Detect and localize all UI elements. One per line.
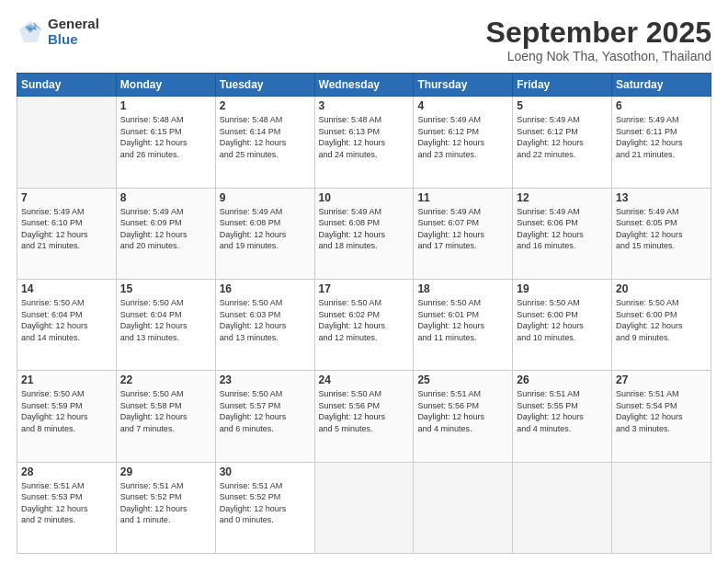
day-info: Sunrise: 5:51 AM Sunset: 5:52 PM Dayligh… <box>120 480 211 526</box>
day-info: Sunrise: 5:51 AM Sunset: 5:53 PM Dayligh… <box>21 480 112 526</box>
day-number: 20 <box>616 282 707 295</box>
calendar-cell: 24Sunrise: 5:50 AM Sunset: 5:56 PM Dayli… <box>314 371 414 462</box>
day-number: 24 <box>319 373 410 386</box>
calendar-week-5: 28Sunrise: 5:51 AM Sunset: 5:53 PM Dayli… <box>17 462 711 553</box>
calendar-cell: 25Sunrise: 5:51 AM Sunset: 5:56 PM Dayli… <box>414 371 513 462</box>
weekday-header-saturday: Saturday <box>612 74 711 97</box>
calendar-cell: 18Sunrise: 5:50 AM Sunset: 6:01 PM Dayli… <box>414 279 513 370</box>
logo-icon <box>17 18 44 46</box>
day-number: 17 <box>319 282 410 295</box>
day-number: 21 <box>21 373 112 386</box>
calendar-cell: 7Sunrise: 5:49 AM Sunset: 6:10 PM Daylig… <box>17 188 117 279</box>
calendar-table: SundayMondayTuesdayWednesdayThursdayFrid… <box>17 73 711 554</box>
day-info: Sunrise: 5:50 AM Sunset: 6:04 PM Dayligh… <box>21 297 112 343</box>
calendar-body: 1Sunrise: 5:48 AM Sunset: 6:15 PM Daylig… <box>17 97 711 554</box>
day-number: 18 <box>417 282 508 295</box>
day-number: 23 <box>220 373 311 386</box>
calendar-week-1: 1Sunrise: 5:48 AM Sunset: 6:15 PM Daylig… <box>17 97 711 188</box>
day-number: 22 <box>120 373 211 386</box>
day-info: Sunrise: 5:50 AM Sunset: 6:03 PM Dayligh… <box>220 297 311 343</box>
day-number: 16 <box>220 282 311 295</box>
calendar-cell: 23Sunrise: 5:50 AM Sunset: 5:57 PM Dayli… <box>215 371 314 462</box>
day-number: 27 <box>616 373 707 386</box>
day-info: Sunrise: 5:50 AM Sunset: 6:00 PM Dayligh… <box>616 297 707 343</box>
weekday-header-tuesday: Tuesday <box>215 74 314 97</box>
calendar-cell <box>17 97 117 188</box>
day-info: Sunrise: 5:48 AM Sunset: 6:13 PM Dayligh… <box>319 114 410 160</box>
day-info: Sunrise: 5:51 AM Sunset: 5:54 PM Dayligh… <box>616 388 707 434</box>
weekday-header-monday: Monday <box>116 74 215 97</box>
day-number: 5 <box>517 99 608 112</box>
weekday-header-thursday: Thursday <box>414 74 513 97</box>
calendar-cell: 8Sunrise: 5:49 AM Sunset: 6:09 PM Daylig… <box>116 188 215 279</box>
day-info: Sunrise: 5:48 AM Sunset: 6:15 PM Dayligh… <box>120 114 211 160</box>
day-number: 11 <box>417 191 508 204</box>
calendar-cell: 28Sunrise: 5:51 AM Sunset: 5:53 PM Dayli… <box>17 462 117 553</box>
calendar-cell: 2Sunrise: 5:48 AM Sunset: 6:14 PM Daylig… <box>215 97 314 188</box>
calendar-cell: 6Sunrise: 5:49 AM Sunset: 6:11 PM Daylig… <box>612 97 711 188</box>
day-number: 2 <box>220 99 311 112</box>
day-info: Sunrise: 5:49 AM Sunset: 6:05 PM Dayligh… <box>616 206 707 252</box>
day-info: Sunrise: 5:49 AM Sunset: 6:12 PM Dayligh… <box>517 114 608 160</box>
day-info: Sunrise: 5:49 AM Sunset: 6:12 PM Dayligh… <box>417 114 508 160</box>
calendar-cell: 14Sunrise: 5:50 AM Sunset: 6:04 PM Dayli… <box>17 279 117 370</box>
weekday-header-sunday: Sunday <box>17 74 117 97</box>
calendar-cell: 16Sunrise: 5:50 AM Sunset: 6:03 PM Dayli… <box>215 279 314 370</box>
weekday-row: SundayMondayTuesdayWednesdayThursdayFrid… <box>17 74 711 97</box>
day-info: Sunrise: 5:51 AM Sunset: 5:55 PM Dayligh… <box>517 388 608 434</box>
day-info: Sunrise: 5:49 AM Sunset: 6:10 PM Dayligh… <box>21 206 112 252</box>
day-number: 1 <box>120 99 211 112</box>
calendar-cell: 13Sunrise: 5:49 AM Sunset: 6:05 PM Dayli… <box>612 188 711 279</box>
calendar-week-3: 14Sunrise: 5:50 AM Sunset: 6:04 PM Dayli… <box>17 279 711 370</box>
day-number: 3 <box>319 99 410 112</box>
calendar-cell: 12Sunrise: 5:49 AM Sunset: 6:06 PM Dayli… <box>513 188 612 279</box>
day-info: Sunrise: 5:49 AM Sunset: 6:08 PM Dayligh… <box>220 206 311 252</box>
day-number: 15 <box>120 282 211 295</box>
day-info: Sunrise: 5:50 AM Sunset: 5:56 PM Dayligh… <box>319 388 410 434</box>
day-info: Sunrise: 5:50 AM Sunset: 5:58 PM Dayligh… <box>120 388 211 434</box>
calendar-cell: 10Sunrise: 5:49 AM Sunset: 6:08 PM Dayli… <box>314 188 414 279</box>
day-info: Sunrise: 5:50 AM Sunset: 6:02 PM Dayligh… <box>319 297 410 343</box>
day-info: Sunrise: 5:50 AM Sunset: 5:59 PM Dayligh… <box>21 388 112 434</box>
day-info: Sunrise: 5:49 AM Sunset: 6:09 PM Dayligh… <box>120 206 211 252</box>
day-info: Sunrise: 5:50 AM Sunset: 6:04 PM Dayligh… <box>120 297 211 343</box>
calendar-cell: 17Sunrise: 5:50 AM Sunset: 6:02 PM Dayli… <box>314 279 414 370</box>
day-number: 28 <box>21 465 112 478</box>
day-number: 7 <box>21 191 112 204</box>
calendar-cell: 29Sunrise: 5:51 AM Sunset: 5:52 PM Dayli… <box>116 462 215 553</box>
day-number: 8 <box>120 191 211 204</box>
calendar-cell: 22Sunrise: 5:50 AM Sunset: 5:58 PM Dayli… <box>116 371 215 462</box>
calendar-cell: 11Sunrise: 5:49 AM Sunset: 6:07 PM Dayli… <box>414 188 513 279</box>
day-number: 6 <box>616 99 707 112</box>
day-info: Sunrise: 5:49 AM Sunset: 6:11 PM Dayligh… <box>616 114 707 160</box>
day-info: Sunrise: 5:49 AM Sunset: 6:06 PM Dayligh… <box>517 206 608 252</box>
day-number: 29 <box>120 465 211 478</box>
day-number: 14 <box>21 282 112 295</box>
calendar-cell: 9Sunrise: 5:49 AM Sunset: 6:08 PM Daylig… <box>215 188 314 279</box>
calendar-week-4: 21Sunrise: 5:50 AM Sunset: 5:59 PM Dayli… <box>17 371 711 462</box>
calendar-cell: 30Sunrise: 5:51 AM Sunset: 5:52 PM Dayli… <box>215 462 314 553</box>
location: Loeng Nok Tha, Yasothon, Thailand <box>486 49 711 63</box>
month-title: September 2025 <box>486 17 711 49</box>
day-info: Sunrise: 5:51 AM Sunset: 5:56 PM Dayligh… <box>417 388 508 434</box>
calendar-cell <box>612 462 711 553</box>
weekday-header-wednesday: Wednesday <box>314 74 414 97</box>
day-number: 4 <box>417 99 508 112</box>
logo-text: General Blue <box>48 17 99 47</box>
calendar-cell: 20Sunrise: 5:50 AM Sunset: 6:00 PM Dayli… <box>612 279 711 370</box>
logo: General Blue <box>17 17 99 47</box>
header: General Blue September 2025 Loeng Nok Th… <box>17 17 711 63</box>
calendar-week-2: 7Sunrise: 5:49 AM Sunset: 6:10 PM Daylig… <box>17 188 711 279</box>
day-info: Sunrise: 5:49 AM Sunset: 6:08 PM Dayligh… <box>319 206 410 252</box>
day-number: 10 <box>319 191 410 204</box>
calendar-cell: 4Sunrise: 5:49 AM Sunset: 6:12 PM Daylig… <box>414 97 513 188</box>
day-info: Sunrise: 5:49 AM Sunset: 6:07 PM Dayligh… <box>417 206 508 252</box>
calendar-cell <box>513 462 612 553</box>
day-info: Sunrise: 5:50 AM Sunset: 6:01 PM Dayligh… <box>417 297 508 343</box>
calendar-cell: 26Sunrise: 5:51 AM Sunset: 5:55 PM Dayli… <box>513 371 612 462</box>
calendar-cell <box>414 462 513 553</box>
day-number: 9 <box>220 191 311 204</box>
calendar-cell <box>314 462 414 553</box>
calendar-cell: 19Sunrise: 5:50 AM Sunset: 6:00 PM Dayli… <box>513 279 612 370</box>
day-info: Sunrise: 5:50 AM Sunset: 5:57 PM Dayligh… <box>220 388 311 434</box>
